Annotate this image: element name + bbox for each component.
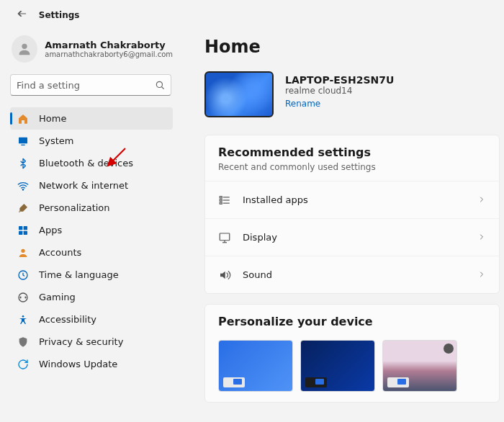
theme-accent-swatch: [397, 379, 406, 385]
search-placeholder: Find a setting: [17, 80, 155, 91]
svg-rect-16: [220, 196, 222, 197]
device-thumbnail: [204, 71, 274, 117]
svg-rect-22: [220, 233, 230, 241]
chevron-right-icon: [477, 268, 486, 282]
svg-rect-6: [21, 144, 24, 145]
person-icon: [17, 41, 32, 57]
apps-icon: [17, 225, 29, 236]
accessibility-icon: [17, 314, 29, 326]
sidebar-item-label: Apps: [39, 225, 62, 235]
main-content: Home LAPTOP-ESH2SN7U realme cloud14 Rena…: [183, 27, 504, 422]
theme-tile-windows-dark[interactable]: [300, 340, 375, 392]
setting-row-label: Installed apps: [243, 194, 466, 205]
svg-rect-9: [24, 226, 27, 230]
device-model: realme cloud14: [285, 86, 394, 96]
recent-badge-icon: [444, 344, 454, 354]
setting-row-display[interactable]: Display: [205, 218, 499, 256]
chevron-right-icon: [477, 193, 486, 207]
back-button[interactable]: [14, 9, 27, 21]
sidebar-item-label: Accounts: [39, 247, 81, 258]
clock-globe-icon: [17, 269, 29, 281]
page-title: Home: [204, 37, 500, 57]
sidebar-item-privacy-security[interactable]: Privacy & security: [10, 331, 173, 353]
avatar: [12, 35, 37, 63]
sidebar-item-label: System: [39, 135, 73, 146]
sidebar-item-apps[interactable]: Apps: [10, 219, 173, 241]
theme-taskbar-preview: [305, 377, 327, 387]
sidebar-item-label: Bluetooth & devices: [39, 158, 133, 169]
sidebar-item-label: Accessibility: [39, 314, 96, 325]
setting-row-label: Sound: [243, 269, 466, 280]
sidebar-item-label: Network & internet: [39, 180, 128, 191]
sidebar-item-accounts[interactable]: Accounts: [10, 241, 173, 264]
svg-point-12: [21, 248, 24, 252]
bluetooth-icon: [17, 158, 29, 169]
theme-taskbar-preview: [223, 377, 245, 387]
theme-tile-sunrise[interactable]: [382, 340, 457, 392]
sidebar-item-label: Gaming: [39, 292, 76, 302]
app-title: Settings: [39, 10, 80, 20]
setting-row-installed-apps[interactable]: Installed apps: [205, 181, 499, 218]
theme-accent-swatch: [315, 379, 324, 385]
wifi-icon: [17, 180, 29, 192]
sidebar-item-windows-update[interactable]: Windows Update: [10, 353, 173, 375]
theme-tile-windows-light[interactable]: [218, 340, 293, 392]
personalize-card: Personalize your device: [204, 304, 500, 403]
user-account-block[interactable]: Amarnath Chakraborty amarnathchakraborty…: [10, 32, 173, 74]
device-name: LAPTOP-ESH2SN7U: [285, 71, 394, 86]
device-header: LAPTOP-ESH2SN7U realme cloud14 Rename: [204, 71, 500, 117]
theme-accent-swatch: [233, 379, 242, 385]
svg-point-15: [22, 315, 24, 318]
sidebar-nav: HomeSystemBluetooth & devicesNetwork & i…: [10, 107, 173, 375]
sidebar-item-system[interactable]: System: [10, 130, 173, 152]
sidebar-item-label: Personalization: [39, 202, 110, 213]
search-icon: [155, 80, 165, 90]
sidebar-item-label: Privacy & security: [39, 336, 123, 347]
user-name: Amarnath Chakraborty: [45, 40, 173, 50]
chevron-right-icon: [477, 230, 486, 244]
sidebar-item-label: Home: [39, 113, 66, 124]
sidebar-item-accessibility[interactable]: Accessibility: [10, 308, 173, 331]
svg-rect-8: [19, 226, 22, 230]
personalize-title: Personalize your device: [218, 315, 486, 328]
svg-rect-18: [220, 202, 222, 204]
sidebar-item-bluetooth-devices[interactable]: Bluetooth & devices: [10, 152, 173, 174]
sidebar: Amarnath Chakraborty amarnathchakraborty…: [0, 27, 183, 422]
shield-icon: [17, 336, 29, 348]
sidebar-item-network-internet[interactable]: Network & internet: [10, 174, 173, 197]
recommended-subtitle: Recent and commonly used settings: [218, 162, 486, 172]
installed-apps-icon: [218, 194, 231, 207]
sidebar-item-home[interactable]: Home: [10, 107, 173, 130]
rename-link[interactable]: Rename: [285, 99, 394, 109]
system-icon: [17, 135, 29, 147]
svg-point-2: [22, 44, 27, 49]
sound-icon: [218, 269, 231, 282]
svg-line-4: [161, 86, 163, 89]
sidebar-item-personalization[interactable]: Personalization: [10, 197, 173, 219]
recommended-settings-card: Recommended settings Recent and commonly…: [204, 135, 500, 294]
sidebar-item-label: Windows Update: [39, 359, 117, 369]
sidebar-item-gaming[interactable]: Gaming: [10, 286, 173, 308]
svg-rect-11: [24, 230, 27, 234]
setting-row-sound[interactable]: Sound: [205, 256, 499, 293]
update-icon: [17, 359, 29, 370]
setting-row-label: Display: [243, 232, 466, 243]
person-icon: [17, 247, 29, 259]
svg-rect-10: [19, 230, 22, 234]
sidebar-item-label: Time & language: [39, 269, 119, 280]
sidebar-item-time-language[interactable]: Time & language: [10, 264, 173, 286]
theme-taskbar-preview: [387, 377, 409, 387]
svg-point-7: [22, 189, 23, 189]
home-icon: [17, 113, 29, 125]
svg-rect-17: [220, 199, 222, 200]
gaming-icon: [17, 292, 29, 303]
display-icon: [218, 231, 231, 244]
svg-rect-5: [19, 137, 27, 143]
titlebar: Settings: [0, 0, 504, 27]
paintbrush-icon: [17, 202, 29, 214]
user-email: amarnathchakraborty6@gmail.com: [45, 50, 173, 58]
search-input[interactable]: Find a setting: [10, 74, 171, 96]
recommended-title: Recommended settings: [218, 145, 486, 159]
